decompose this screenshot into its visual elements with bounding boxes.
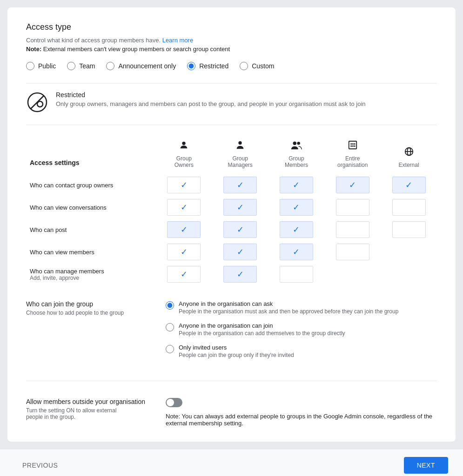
svg-point-5 xyxy=(293,142,296,145)
external-right: Note: You can always add external people… xyxy=(166,398,437,427)
join-ask-label: Anyone in the organisation can ask xyxy=(179,300,398,307)
check-viewconv-external[interactable] xyxy=(381,196,437,218)
svg-rect-10 xyxy=(354,143,356,145)
join-join-label: Anyone in the organisation can join xyxy=(179,322,345,329)
check-managemembers-org xyxy=(324,263,381,285)
external-title: Allow members outside your organisation xyxy=(26,398,147,405)
restricted-info-title: Restricted xyxy=(56,91,366,99)
col-owners-label: GroupOwners xyxy=(174,155,194,168)
radio-input-custom[interactable] xyxy=(240,62,248,70)
radio-join-join[interactable] xyxy=(166,323,174,331)
check-post-members[interactable]: ✓ xyxy=(268,218,325,241)
col-org: Entireorganisation xyxy=(324,138,381,174)
check-viewconv-members[interactable]: ✓ xyxy=(268,196,325,218)
check-post-managers[interactable]: ✓ xyxy=(212,218,268,241)
radio-public[interactable]: Public xyxy=(26,62,56,70)
check-contact-managers[interactable]: ✓ xyxy=(212,174,268,196)
restricted-info-text: Restricted Only group owners, managers a… xyxy=(56,91,366,107)
join-option-ask-text: Anyone in the organisation can ask Peopl… xyxy=(179,300,398,315)
col-org-label: Entireorganisation xyxy=(337,155,368,168)
svg-point-3 xyxy=(182,142,186,145)
check-managemembers-owners[interactable]: ✓ xyxy=(156,263,212,285)
external-toggle[interactable] xyxy=(166,398,182,407)
table-row: Who can contact group owners ✓ ✓ ✓ ✓ xyxy=(26,174,437,196)
join-title: Who can join the group xyxy=(26,300,147,308)
join-left: Who can join the group Choose how to add… xyxy=(26,300,147,366)
radio-custom[interactable]: Custom xyxy=(240,62,274,70)
svg-rect-9 xyxy=(352,143,354,145)
check-viewmembers-org[interactable] xyxy=(324,241,381,263)
access-description: Control what kind of access group member… xyxy=(26,37,437,44)
group-icon xyxy=(272,140,321,152)
radio-join-ask[interactable] xyxy=(166,301,174,310)
col-members-label: GroupMembers xyxy=(285,155,308,168)
external-note-header: Note: External members can't view group … xyxy=(26,46,437,53)
next-button[interactable]: NEXT xyxy=(404,457,448,474)
col-members: GroupMembers xyxy=(268,138,325,174)
restricted-icon xyxy=(26,91,48,113)
check-viewconv-managers[interactable]: ✓ xyxy=(212,196,268,218)
join-invited-desc: People can join the group only if they'r… xyxy=(179,352,294,358)
radio-team[interactable]: Team xyxy=(67,62,95,70)
col-owners: GroupOwners xyxy=(156,138,212,174)
previous-button[interactable]: PREVIOUS xyxy=(15,458,65,473)
person-icon xyxy=(160,140,208,152)
check-contact-members[interactable]: ✓ xyxy=(268,174,325,196)
restricted-info-box: Restricted Only group owners, managers a… xyxy=(26,83,437,125)
radio-input-public[interactable] xyxy=(26,62,34,70)
join-ask-desc: People in the organisation must ask and … xyxy=(179,308,398,315)
col-managers-label: GroupManagers xyxy=(228,155,252,168)
public-icon xyxy=(384,146,433,159)
svg-rect-12 xyxy=(352,145,354,147)
radio-input-announcement[interactable] xyxy=(106,62,114,70)
radio-input-restricted[interactable] xyxy=(187,62,195,70)
check-viewmembers-external xyxy=(381,241,437,263)
external-section: Allow members outside your organisation … xyxy=(26,398,437,427)
join-invited-label: Only invited users xyxy=(179,344,294,351)
check-viewmembers-owners[interactable]: ✓ xyxy=(156,241,212,263)
table-row: Who can view conversations ✓ ✓ ✓ xyxy=(26,196,437,218)
learn-more-link[interactable]: Learn more xyxy=(162,37,193,44)
check-contact-external[interactable]: ✓ xyxy=(381,174,437,196)
check-contact-owners[interactable]: ✓ xyxy=(156,174,212,196)
check-viewconv-owners[interactable]: ✓ xyxy=(156,196,212,218)
check-viewconv-org[interactable] xyxy=(324,196,381,218)
access-type-radio-group: Public Team Announcement only Restricted… xyxy=(26,62,437,70)
table-row: Who can view members ✓ ✓ ✓ xyxy=(26,241,437,263)
radio-restricted[interactable]: Restricted xyxy=(187,62,228,70)
check-managemembers-managers[interactable]: ✓ xyxy=(212,263,268,285)
join-subtitle: Choose how to add people to the group xyxy=(26,310,147,316)
section-title: Access type xyxy=(26,22,437,32)
external-toggle-wrapper xyxy=(166,398,437,407)
check-post-external[interactable] xyxy=(381,218,437,241)
svg-rect-8 xyxy=(350,143,352,145)
svg-rect-11 xyxy=(350,145,352,147)
col-external-label: External xyxy=(399,162,419,168)
check-post-owners[interactable]: ✓ xyxy=(156,218,212,241)
row-label-post: Who can post xyxy=(26,218,156,241)
external-left: Allow members outside your organisation … xyxy=(26,398,147,420)
join-option-join: Anyone in the organisation can join Peop… xyxy=(166,322,437,337)
main-card: Access type Control what kind of access … xyxy=(7,7,456,442)
radio-input-team[interactable] xyxy=(67,62,75,70)
join-section: Who can join the group Choose how to add… xyxy=(26,300,437,381)
check-viewmembers-members[interactable]: ✓ xyxy=(268,241,325,263)
restricted-info-desc: Only group owners, managers and members … xyxy=(56,100,366,107)
check-contact-org[interactable]: ✓ xyxy=(324,174,381,196)
check-viewmembers-managers[interactable]: ✓ xyxy=(212,241,268,263)
business-icon xyxy=(328,140,377,152)
access-settings-table-wrapper: Access settings GroupOwners GroupManager… xyxy=(26,138,437,285)
join-join-desc: People in the organisation can add thems… xyxy=(179,330,345,337)
svg-point-6 xyxy=(297,142,300,145)
check-post-org[interactable] xyxy=(324,218,381,241)
external-subtitle: Turn the setting ON to allow external pe… xyxy=(26,407,128,420)
join-option-invited: Only invited users People can join the g… xyxy=(166,344,437,358)
check-managemembers-members[interactable] xyxy=(268,263,325,285)
access-settings-table: Access settings GroupOwners GroupManager… xyxy=(26,138,437,285)
check-managemembers-external xyxy=(381,263,437,285)
row-label-contact: Who can contact group owners xyxy=(26,174,156,196)
radio-announcement[interactable]: Announcement only xyxy=(106,62,176,70)
person-alt-icon xyxy=(216,140,265,152)
row-label-view-members: Who can view members xyxy=(26,241,156,263)
radio-join-invited[interactable] xyxy=(166,345,174,353)
